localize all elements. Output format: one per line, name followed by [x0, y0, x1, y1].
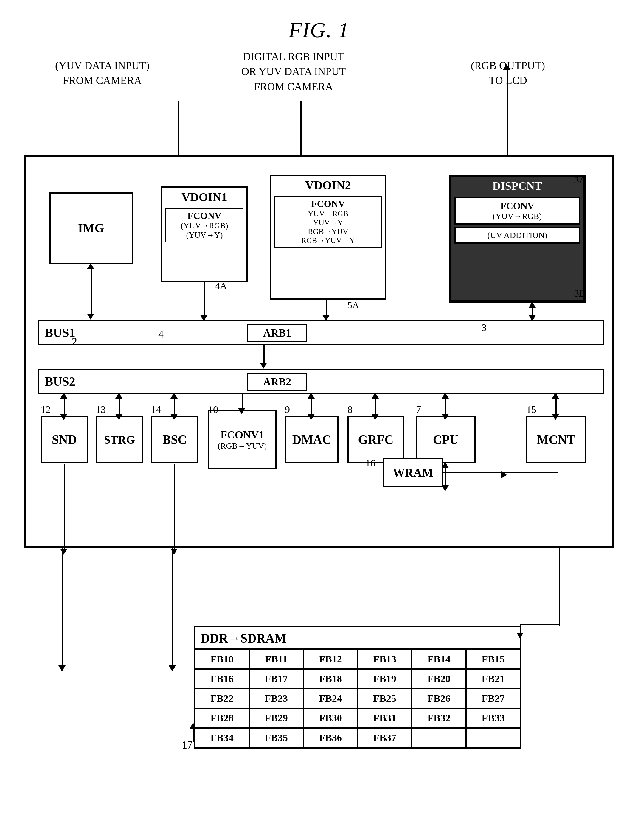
- fconv1-component: FCONV1 (RGB→YUV): [208, 410, 277, 469]
- mcnt-ref: 15: [526, 404, 537, 415]
- bsc-final-down: [169, 665, 176, 671]
- arb2: ARB2: [247, 373, 307, 391]
- mcnt-arrow-down: [552, 414, 559, 420]
- cpu-arrow-down: [442, 414, 449, 420]
- snd-label: SND: [52, 433, 77, 447]
- bsc-down-arrow: [171, 549, 177, 555]
- yuv-arrow: [178, 101, 179, 161]
- mcnt-label: MCNT: [537, 433, 575, 447]
- bsc-component: BSC: [151, 416, 198, 464]
- ddr-cell-fb25: FB25: [358, 689, 412, 708]
- grfc-label: GRFC: [358, 433, 394, 447]
- ddr-cell-fb18: FB18: [303, 669, 358, 689]
- vdoin1-label: VDOIN1: [162, 188, 247, 207]
- vdoin2-bus-arrow: [326, 300, 327, 317]
- dispcnt-component: DISPCNT FCONV (YUV→RGB) (UV ADDITION): [449, 175, 586, 303]
- ddr-cell-fb21: FB21: [466, 669, 520, 689]
- ddr-cell-fb14: FB14: [412, 649, 466, 669]
- ddr-cell-fb36: FB36: [303, 728, 358, 748]
- grfc-arrow-up: [372, 393, 379, 399]
- strg-arrow-up: [115, 393, 122, 399]
- ddr-cell-fb26: FB26: [412, 689, 466, 708]
- ddr-cell-fb29: FB29: [249, 708, 303, 728]
- vdoin1-fconv: FCONV (YUV→RGB)(YUV→Y): [165, 208, 244, 242]
- ddr-cell-fb22: FB22: [195, 689, 249, 708]
- cpu-arrow-up: [442, 393, 449, 399]
- page-title: FIG. 1: [0, 0, 638, 43]
- bsc-ref: 14: [151, 404, 161, 415]
- dispcnt-uv: (UV ADDITION): [454, 227, 581, 244]
- bus2: BUS2 ARB2: [38, 369, 604, 394]
- dmac-ref: 9: [285, 404, 290, 415]
- arb1-arb2-arrow: [263, 345, 264, 365]
- snd-down-ext: [64, 464, 65, 551]
- fconv1-arrow: [242, 394, 243, 410]
- cpu-wram-down: [442, 485, 449, 491]
- dispcnt-fconv: FCONV (YUV→RGB): [454, 197, 581, 225]
- img-label: IMG: [78, 221, 104, 235]
- mcnt-ddr-h: [520, 624, 560, 625]
- ddr-cell-fb24: FB24: [303, 689, 358, 708]
- fconv1-sub: (RGB→YUV): [218, 441, 267, 451]
- dispcnt-bus-arrow-head-up: [529, 302, 536, 308]
- cpu-component: CPU: [416, 416, 476, 464]
- vdoin1-ref-sub: 4A: [215, 280, 227, 291]
- snd-arrow-up: [60, 393, 67, 399]
- ddr-cell-fb35: FB35: [249, 728, 303, 748]
- arb1-arb2-arrow-head: [260, 363, 267, 369]
- grfc-component: GRFC: [347, 416, 404, 464]
- cpu-ref: 7: [416, 404, 421, 415]
- snd-down-arrow: [60, 549, 67, 555]
- grfc-arrow-down: [372, 414, 379, 420]
- ddr-cell-fb23: FB23: [249, 689, 303, 708]
- fconv1-arrow-down: [238, 408, 245, 414]
- bsc-down-ext: [174, 464, 175, 551]
- vdoin2-fconv: FCONV YUV→RGBYUV→YRGB→YUVRGB→YUV→Y: [274, 196, 382, 248]
- mcnt-ddr-arrow: [559, 548, 560, 625]
- wram-label: WRAM: [393, 466, 433, 480]
- cpu-label: CPU: [433, 433, 459, 447]
- mcnt-arrow-up: [552, 393, 559, 399]
- snd-ref: 12: [41, 404, 51, 415]
- ddr-cell-fb19: FB19: [358, 669, 412, 689]
- ddr-cell-empty2: [466, 728, 520, 748]
- ddr-cell-fb13: FB13: [358, 649, 412, 669]
- bsc-arrow-up: [171, 393, 177, 399]
- bsc-label: BSC: [162, 433, 187, 447]
- strg-ref: 13: [96, 404, 106, 415]
- main-system-box: IMG 2 VDOIN1 FCONV (YUV→RGB)(YUV→Y) 4 4A…: [24, 155, 614, 548]
- wram-mcnt-h: [443, 472, 557, 473]
- dispcnt-ref-3b: 3B: [574, 288, 586, 299]
- ddr-cell-fb30: FB30: [303, 708, 358, 728]
- ddr-cell-fb31: FB31: [358, 708, 412, 728]
- wram-ref: 16: [365, 458, 375, 469]
- img-component: IMG: [49, 193, 133, 264]
- strg-component: STRG: [96, 416, 143, 464]
- cpu-wram-up: [442, 462, 449, 468]
- wram-component: WRAM: [383, 458, 443, 487]
- dispcnt-label: DISPCNT: [451, 177, 583, 195]
- mcnt-component: MCNT: [526, 416, 586, 464]
- img-bus-arrow-head-up: [87, 263, 94, 269]
- ddr-cell-fb27: FB27: [466, 689, 520, 708]
- vdoin1-bus-arrow: [204, 282, 205, 317]
- snd-cont-arrow: [62, 548, 63, 667]
- ddr-cell-fb11: FB11: [249, 649, 303, 669]
- bus1: BUS1 ARB1: [38, 320, 604, 345]
- img-bus-arrow-up: [90, 265, 92, 315]
- ddr-cell-fb16: FB16: [195, 669, 249, 689]
- ddr-title: DDR→SDRAM: [195, 627, 520, 649]
- rgb-output-label: (RGB OUTPUT)TO LCD: [471, 58, 545, 88]
- ddr-cell-fb28: FB28: [195, 708, 249, 728]
- dmac-component: DMAC: [285, 416, 339, 464]
- ddr-ref-arrow-up: [190, 723, 197, 729]
- vdoin2-label: VDOIN2: [271, 176, 385, 194]
- dmac-arrow-up: [307, 393, 315, 399]
- rgb-out-arrow: [507, 66, 508, 155]
- bsc-cont-arrow: [172, 548, 173, 667]
- ddr-cell-fb17: FB17: [249, 669, 303, 689]
- vdoin1-component: VDOIN1 FCONV (YUV→RGB)(YUV→Y): [161, 186, 248, 282]
- ddr-grid: FB10 FB11 FB12 FB13 FB14 FB15 FB16 FB17 …: [195, 649, 520, 748]
- snd-final-down: [59, 665, 66, 671]
- mcnt-ddr-down: [516, 633, 524, 639]
